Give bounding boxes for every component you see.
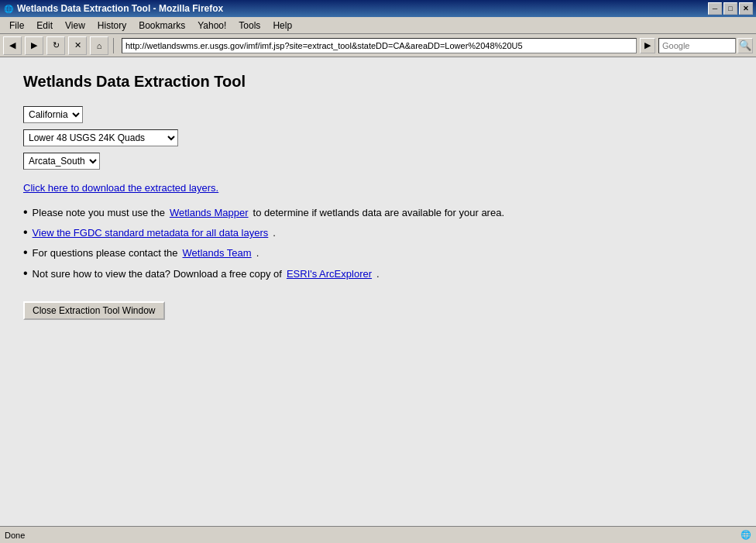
browser-icon: 🌐	[3, 3, 14, 14]
menu-file[interactable]: File	[3, 19, 30, 33]
state-dropdown[interactable]: California	[23, 106, 83, 123]
reload-button[interactable]: ↻	[46, 36, 65, 55]
minimize-button[interactable]: ─	[708, 2, 722, 15]
menu-help[interactable]: Help	[266, 19, 298, 33]
maximize-button[interactable]: □	[723, 2, 737, 15]
search-area: 🔍	[658, 38, 753, 53]
area-dropdown[interactable]: Arcata_South	[23, 153, 100, 170]
info-list: Please note you must use the Wetlands Ma…	[23, 206, 733, 281]
search-input[interactable]	[658, 38, 736, 53]
menu-bookmarks[interactable]: Bookmarks	[132, 19, 191, 33]
quads-dropdown[interactable]: Lower 48 USGS 24K Quads	[23, 129, 178, 146]
arcexplorer-link[interactable]: ESRI's ArcExplorer	[287, 267, 372, 281]
search-button[interactable]: 🔍	[737, 38, 753, 53]
area-dropdown-row: Arcata_South	[23, 153, 733, 170]
page-title: Wetlands Data Extraction Tool	[23, 73, 733, 91]
list-item-mapper-text2: to determine if wetlands data are availa…	[253, 206, 504, 220]
go-button[interactable]: ▶	[640, 38, 655, 53]
toolbar-separator	[113, 38, 114, 53]
title-bar-left: 🌐 Wetlands Data Extraction Tool - Mozill…	[3, 3, 223, 14]
address-bar: ▶	[122, 38, 655, 53]
page-content: Wetlands Data Extraction Tool California…	[0, 57, 756, 526]
menu-history[interactable]: History	[91, 19, 132, 33]
list-item-mapper-text1: Please note you must use the	[33, 206, 165, 220]
address-input[interactable]	[122, 38, 637, 53]
title-bar-text: Wetlands Data Extraction Tool - Mozilla …	[17, 3, 223, 14]
wetlands-team-link[interactable]: Wetlands Team	[183, 246, 252, 260]
list-item-arc-text1: Not sure how to view the data? Download …	[33, 267, 282, 281]
stop-button[interactable]: ✕	[68, 36, 87, 55]
close-window-button[interactable]: ✕	[739, 2, 753, 15]
forward-button[interactable]: ▶	[25, 36, 43, 55]
menu-yahoo[interactable]: Yahoo!	[191, 19, 232, 33]
list-item-team-text1: For questions please contact the	[33, 246, 178, 260]
home-button[interactable]: ⌂	[90, 36, 108, 55]
toolbar: ◀ ▶ ↻ ✕ ⌂ ▶ 🔍	[0, 34, 756, 57]
wetlands-mapper-link[interactable]: Wetlands Mapper	[170, 206, 249, 220]
list-item-fgdc-period: .	[273, 226, 276, 240]
download-link[interactable]: Click here to download the extracted lay…	[23, 182, 218, 194]
list-item-arcexplorer: Not sure how to view the data? Download …	[23, 267, 733, 281]
menu-edit[interactable]: Edit	[30, 19, 59, 33]
list-item-fgdc: View the FGDC standard metadata for all …	[23, 226, 733, 240]
state-dropdown-row: California	[23, 106, 733, 123]
quads-dropdown-row: Lower 48 USGS 24K Quads	[23, 129, 733, 146]
back-button[interactable]: ◀	[3, 36, 22, 55]
title-bar-buttons[interactable]: ─ □ ✕	[708, 2, 753, 15]
close-extraction-button[interactable]: Close Extraction Tool Window	[23, 301, 165, 320]
fgdc-metadata-link[interactable]: View the FGDC standard metadata for all …	[33, 226, 269, 240]
menu-bar: File Edit View History Bookmarks Yahoo! …	[0, 17, 756, 34]
list-item-arc-period: .	[376, 267, 380, 281]
menu-view[interactable]: View	[59, 19, 91, 33]
list-item-team: For questions please contact the Wetland…	[23, 246, 733, 260]
menu-tools[interactable]: Tools	[232, 19, 266, 33]
list-item-mapper: Please note you must use the Wetlands Ma…	[23, 206, 733, 220]
list-item-team-period: .	[256, 246, 259, 260]
title-bar: 🌐 Wetlands Data Extraction Tool - Mozill…	[0, 0, 756, 17]
